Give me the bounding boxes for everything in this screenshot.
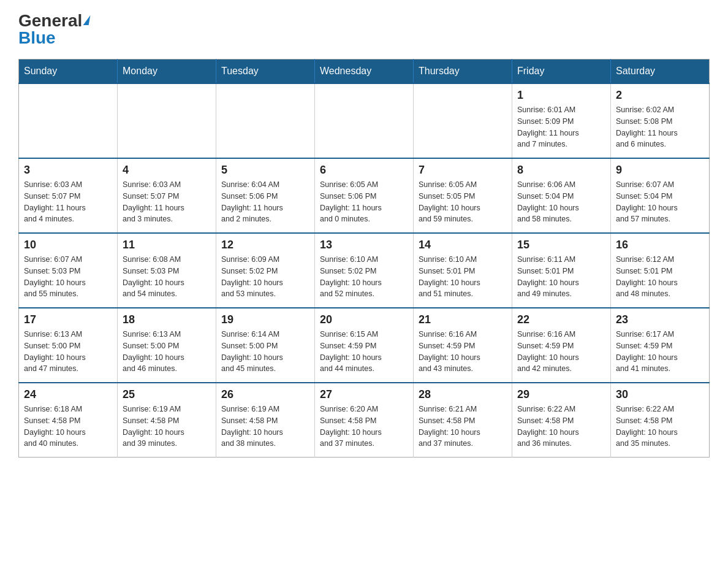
weekday-header-saturday: Saturday <box>611 59 710 84</box>
day-number: 10 <box>24 239 112 251</box>
day-number: 23 <box>616 313 704 326</box>
calendar-cell: 8Sunrise: 6:06 AMSunset: 5:04 PMDaylight… <box>512 158 611 233</box>
day-info: Sunrise: 6:17 AMSunset: 4:59 PMDaylight:… <box>616 329 704 375</box>
day-info: Sunrise: 6:01 AMSunset: 5:09 PMDaylight:… <box>517 104 605 150</box>
day-number: 15 <box>517 239 605 251</box>
day-info: Sunrise: 6:12 AMSunset: 5:01 PMDaylight:… <box>616 254 704 300</box>
day-number: 17 <box>24 313 112 326</box>
calendar-cell: 24Sunrise: 6:18 AMSunset: 4:58 PMDayligh… <box>19 383 118 458</box>
day-number: 21 <box>419 313 507 326</box>
weekday-header-wednesday: Wednesday <box>315 59 414 84</box>
calendar-cell: 27Sunrise: 6:20 AMSunset: 4:58 PMDayligh… <box>315 383 414 458</box>
day-number: 19 <box>221 313 309 326</box>
page-header: General Blue <box>18 12 710 47</box>
calendar-cell: 16Sunrise: 6:12 AMSunset: 5:01 PMDayligh… <box>611 233 710 308</box>
day-number: 1 <box>517 89 605 102</box>
day-info: Sunrise: 6:21 AMSunset: 4:58 PMDaylight:… <box>419 404 507 450</box>
calendar-cell: 13Sunrise: 6:10 AMSunset: 5:02 PMDayligh… <box>315 233 414 308</box>
calendar-cell: 19Sunrise: 6:14 AMSunset: 5:00 PMDayligh… <box>216 308 315 383</box>
day-number: 12 <box>221 239 309 251</box>
day-info: Sunrise: 6:10 AMSunset: 5:01 PMDaylight:… <box>419 254 507 300</box>
calendar-cell: 4Sunrise: 6:03 AMSunset: 5:07 PMDaylight… <box>118 158 216 233</box>
calendar-cell: 20Sunrise: 6:15 AMSunset: 4:59 PMDayligh… <box>315 308 414 383</box>
calendar-cell: 28Sunrise: 6:21 AMSunset: 4:58 PMDayligh… <box>414 383 512 458</box>
logo-blue-text: Blue <box>18 28 56 47</box>
calendar-week-3: 10Sunrise: 6:07 AMSunset: 5:03 PMDayligh… <box>19 233 710 308</box>
day-info: Sunrise: 6:19 AMSunset: 4:58 PMDaylight:… <box>123 404 211 450</box>
calendar-cell: 11Sunrise: 6:08 AMSunset: 5:03 PMDayligh… <box>118 233 216 308</box>
day-number: 8 <box>517 164 605 177</box>
day-info: Sunrise: 6:11 AMSunset: 5:01 PMDaylight:… <box>517 254 605 300</box>
day-info: Sunrise: 6:05 AMSunset: 5:05 PMDaylight:… <box>419 179 507 225</box>
day-info: Sunrise: 6:10 AMSunset: 5:02 PMDaylight:… <box>320 254 408 300</box>
weekday-header-tuesday: Tuesday <box>216 59 315 84</box>
calendar-cell: 15Sunrise: 6:11 AMSunset: 5:01 PMDayligh… <box>512 233 611 308</box>
calendar-header: SundayMondayTuesdayWednesdayThursdayFrid… <box>19 59 710 84</box>
calendar-cell: 1Sunrise: 6:01 AMSunset: 5:09 PMDaylight… <box>512 83 611 158</box>
day-info: Sunrise: 6:03 AMSunset: 5:07 PMDaylight:… <box>24 179 112 225</box>
calendar-cell: 29Sunrise: 6:22 AMSunset: 4:58 PMDayligh… <box>512 383 611 458</box>
weekday-header-row: SundayMondayTuesdayWednesdayThursdayFrid… <box>19 59 710 84</box>
day-info: Sunrise: 6:13 AMSunset: 5:00 PMDaylight:… <box>123 329 211 375</box>
day-info: Sunrise: 6:14 AMSunset: 5:00 PMDaylight:… <box>221 329 309 375</box>
calendar-cell <box>414 83 512 158</box>
calendar-cell: 12Sunrise: 6:09 AMSunset: 5:02 PMDayligh… <box>216 233 315 308</box>
day-number: 14 <box>419 239 507 251</box>
calendar-cell: 10Sunrise: 6:07 AMSunset: 5:03 PMDayligh… <box>19 233 118 308</box>
day-info: Sunrise: 6:07 AMSunset: 5:03 PMDaylight:… <box>24 254 112 300</box>
day-number: 9 <box>616 164 704 177</box>
day-info: Sunrise: 6:05 AMSunset: 5:06 PMDaylight:… <box>320 179 408 225</box>
calendar-cell: 17Sunrise: 6:13 AMSunset: 5:00 PMDayligh… <box>19 308 118 383</box>
calendar-cell: 21Sunrise: 6:16 AMSunset: 4:59 PMDayligh… <box>414 308 512 383</box>
logo: General Blue <box>18 12 89 47</box>
logo-general-text: General <box>18 12 82 29</box>
calendar-body: 1Sunrise: 6:01 AMSunset: 5:09 PMDaylight… <box>19 83 710 458</box>
calendar-cell <box>216 83 315 158</box>
day-info: Sunrise: 6:16 AMSunset: 4:59 PMDaylight:… <box>517 329 605 375</box>
calendar-cell: 3Sunrise: 6:03 AMSunset: 5:07 PMDaylight… <box>19 158 118 233</box>
day-info: Sunrise: 6:16 AMSunset: 4:59 PMDaylight:… <box>419 329 507 375</box>
day-number: 20 <box>320 313 408 326</box>
calendar-cell: 23Sunrise: 6:17 AMSunset: 4:59 PMDayligh… <box>611 308 710 383</box>
day-info: Sunrise: 6:09 AMSunset: 5:02 PMDaylight:… <box>221 254 309 300</box>
calendar-cell: 30Sunrise: 6:22 AMSunset: 4:58 PMDayligh… <box>611 383 710 458</box>
day-info: Sunrise: 6:02 AMSunset: 5:08 PMDaylight:… <box>616 104 704 150</box>
day-number: 13 <box>320 239 408 251</box>
calendar-cell: 6Sunrise: 6:05 AMSunset: 5:06 PMDaylight… <box>315 158 414 233</box>
calendar-week-5: 24Sunrise: 6:18 AMSunset: 4:58 PMDayligh… <box>19 383 710 458</box>
day-number: 3 <box>24 164 112 177</box>
calendar-cell: 9Sunrise: 6:07 AMSunset: 5:04 PMDaylight… <box>611 158 710 233</box>
calendar-table: SundayMondayTuesdayWednesdayThursdayFrid… <box>18 59 710 458</box>
calendar-cell: 14Sunrise: 6:10 AMSunset: 5:01 PMDayligh… <box>414 233 512 308</box>
day-number: 24 <box>24 388 112 401</box>
day-number: 4 <box>123 164 211 177</box>
day-number: 7 <box>419 164 507 177</box>
day-number: 28 <box>419 388 507 401</box>
day-number: 11 <box>123 239 211 251</box>
day-number: 22 <box>517 313 605 326</box>
calendar-week-1: 1Sunrise: 6:01 AMSunset: 5:09 PMDaylight… <box>19 83 710 158</box>
day-number: 25 <box>123 388 211 401</box>
day-number: 30 <box>616 388 704 401</box>
day-info: Sunrise: 6:08 AMSunset: 5:03 PMDaylight:… <box>123 254 211 300</box>
calendar-cell: 2Sunrise: 6:02 AMSunset: 5:08 PMDaylight… <box>611 83 710 158</box>
calendar-cell: 5Sunrise: 6:04 AMSunset: 5:06 PMDaylight… <box>216 158 315 233</box>
day-info: Sunrise: 6:22 AMSunset: 4:58 PMDaylight:… <box>517 404 605 450</box>
day-info: Sunrise: 6:19 AMSunset: 4:58 PMDaylight:… <box>221 404 309 450</box>
weekday-header-friday: Friday <box>512 59 611 84</box>
day-number: 16 <box>616 239 704 251</box>
calendar-cell: 18Sunrise: 6:13 AMSunset: 5:00 PMDayligh… <box>118 308 216 383</box>
day-number: 26 <box>221 388 309 401</box>
day-info: Sunrise: 6:22 AMSunset: 4:58 PMDaylight:… <box>616 404 704 450</box>
day-number: 6 <box>320 164 408 177</box>
day-number: 29 <box>517 388 605 401</box>
calendar-cell <box>315 83 414 158</box>
calendar-cell: 25Sunrise: 6:19 AMSunset: 4:58 PMDayligh… <box>118 383 216 458</box>
weekday-header-sunday: Sunday <box>19 59 118 84</box>
calendar-cell <box>19 83 118 158</box>
day-info: Sunrise: 6:07 AMSunset: 5:04 PMDaylight:… <box>616 179 704 225</box>
day-info: Sunrise: 6:03 AMSunset: 5:07 PMDaylight:… <box>123 179 211 225</box>
calendar-cell: 7Sunrise: 6:05 AMSunset: 5:05 PMDaylight… <box>414 158 512 233</box>
day-number: 18 <box>123 313 211 326</box>
day-number: 5 <box>221 164 309 177</box>
